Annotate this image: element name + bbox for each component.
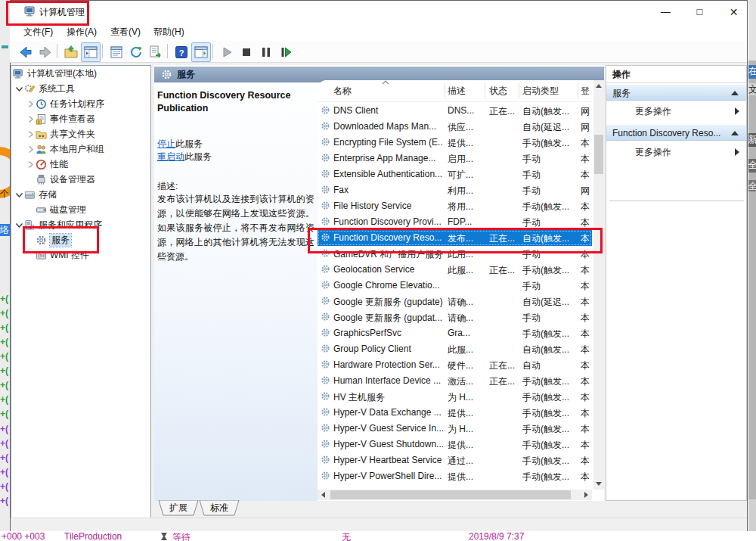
tree-item-存储[interactable]: 存储 xyxy=(11,187,150,202)
service-row-Google 更新服务 (gupdate)[interactable]: Google 更新服务 (gupdate)请确...自动(延迟...本 xyxy=(318,294,592,309)
tree-item-计算机管理(本地)[interactable]: 计算机管理(本地) xyxy=(11,66,150,81)
service-row-HV 主机服务[interactable]: HV 主机服务为 H...手动(触发...本 xyxy=(318,389,592,405)
service-row-Hyper-V Data Exchange ...[interactable]: Hyper-V Data Exchange ...提供...手动(触发...本 xyxy=(318,405,592,421)
tree-item-性能[interactable]: 性能 xyxy=(11,157,150,172)
tree-item-label[interactable]: 系统工具 xyxy=(39,82,75,95)
menu-help[interactable]: 帮助(H) xyxy=(151,26,187,39)
step-icon[interactable] xyxy=(276,42,296,62)
service-row-Hyper-V Guest Shutdown...[interactable]: Hyper-V Guest Shutdown...提供...手动(触发...本 xyxy=(318,437,592,452)
minimize-button[interactable]: — xyxy=(649,2,683,23)
scroll-up-arrow[interactable] xyxy=(593,80,604,92)
folder-up-icon[interactable] xyxy=(61,42,81,62)
pause-icon[interactable] xyxy=(256,42,276,62)
stop-icon[interactable] xyxy=(237,42,256,62)
chevron-right-icon[interactable] xyxy=(26,129,36,139)
service-row-Downloaded Maps Man...[interactable]: Downloaded Maps Man...供应...自动(延迟...网 xyxy=(318,119,592,135)
tree-item-label[interactable]: 计算机管理(本地) xyxy=(27,67,97,80)
tree-item-WMI 控件[interactable]: WMI 控件 xyxy=(11,247,150,263)
tree-item-服务[interactable]: 服务 xyxy=(11,232,150,247)
chevron-down-icon[interactable] xyxy=(14,190,24,200)
tree-item-label[interactable]: 共享文件夹 xyxy=(50,128,95,141)
service-row-File History Service[interactable]: File History Service将用...手动(触发...本 xyxy=(318,198,592,214)
chevron-down-icon[interactable] xyxy=(14,84,24,94)
tree-item-共享文件夹[interactable]: 共享文件夹 xyxy=(11,126,150,141)
chevron-right-icon[interactable] xyxy=(26,160,36,169)
tree-item-label[interactable]: 磁盘管理 xyxy=(50,204,86,216)
tree-item-任务计划程序[interactable]: 任务计划程序 xyxy=(11,96,150,111)
vertical-scrollbar[interactable] xyxy=(593,80,604,490)
service-row-Geolocation Service[interactable]: Geolocation Service此服...正在...手动(触发...本 xyxy=(318,262,592,278)
tree-item-事件查看器[interactable]: 事件查看器 xyxy=(11,111,150,126)
service-row-Google 更新服务 (gupdat...[interactable]: Google 更新服务 (gupdat...请确...手动本 xyxy=(318,309,592,325)
maximize-button[interactable]: □ xyxy=(683,2,717,23)
scroll-left-arrow[interactable] xyxy=(318,490,329,500)
service-row-Hardware Protection Ser...[interactable]: Hardware Protection Ser...硬件...正在...自动本 xyxy=(318,357,592,373)
tree-item-label[interactable]: 服务 xyxy=(50,234,71,247)
horizontal-scroll-thumb[interactable] xyxy=(330,490,571,499)
column-header-status[interactable]: 状态 xyxy=(489,85,507,98)
service-row-Fax[interactable]: Fax利用...手动网 xyxy=(318,182,592,198)
play-icon[interactable] xyxy=(217,42,237,62)
service-row-Hyper-V Heartbeat Service[interactable]: Hyper-V Heartbeat Service通过...手动(触发...本 xyxy=(318,452,592,468)
action-pane-icon[interactable] xyxy=(191,42,211,62)
service-row-Google Chrome Elevatio...[interactable]: Google Chrome Elevatio...手动本 xyxy=(318,278,592,294)
column-header-name[interactable]: 名称 xyxy=(333,85,352,98)
tree-item-label[interactable]: 事件查看器 xyxy=(50,113,95,126)
service-row-Human Interface Device ...[interactable]: Human Interface Device ...激活...正在...手动(触… xyxy=(318,373,592,389)
back-icon[interactable] xyxy=(16,42,36,62)
tree-item-label[interactable]: WMI 控件 xyxy=(50,249,89,262)
menu-file[interactable]: 文件(F) xyxy=(21,26,55,39)
service-row-Extensible Authentication...[interactable]: Extensible Authentication...可扩...手动本 xyxy=(318,166,592,182)
service-row-Hyper-V Guest Service In...[interactable]: Hyper-V Guest Service In...为 H...手动(触发..… xyxy=(318,421,592,437)
tree-item-label[interactable]: 设备管理器 xyxy=(50,173,95,186)
chevron-down-icon[interactable] xyxy=(14,220,24,230)
vertical-scroll-thumb[interactable] xyxy=(594,135,603,174)
tab-standard-label[interactable]: 标准 xyxy=(210,502,228,513)
forward-icon[interactable] xyxy=(36,42,55,62)
tree-item-磁盘管理[interactable]: 磁盘管理 xyxy=(11,202,150,217)
chevron-right-icon[interactable] xyxy=(26,114,36,124)
console-tree-icon[interactable] xyxy=(81,42,101,62)
actions-section-services[interactable]: 服务 xyxy=(606,84,746,101)
horizontal-scrollbar[interactable] xyxy=(318,490,592,500)
service-row-Encrypting File System (E...[interactable]: Encrypting File System (E...提供...手动(触发..… xyxy=(318,135,592,151)
tree-item-系统工具[interactable]: 系统工具 xyxy=(11,81,150,96)
chevron-right-icon[interactable] xyxy=(26,99,36,109)
service-row-GameDVR 和广播用户服务...[interactable]: GameDVR 和广播用户服务...此用...手动本 xyxy=(318,246,592,262)
stop-service-link[interactable]: 停止 xyxy=(157,138,175,149)
actions-section-selected-service[interactable]: Function Discovery Reso... xyxy=(606,124,746,141)
tree-item-label[interactable]: 本地用户和组 xyxy=(50,143,104,156)
service-row-Function Discovery Reso...[interactable]: Function Discovery Reso...发布...正在...自动(触… xyxy=(318,230,592,246)
tree-item-label[interactable]: 任务计划程序 xyxy=(50,98,104,110)
column-header-logon[interactable]: 登 xyxy=(581,85,590,98)
service-row-Function Discovery Provi...[interactable]: Function Discovery Provi...FDP...手动本 xyxy=(318,214,592,230)
service-row-DNS Client[interactable]: DNS ClientDNS...正在...自动(触发...网 xyxy=(318,103,592,119)
tree-item-label[interactable]: 性能 xyxy=(50,158,68,171)
more-actions-services[interactable]: 更多操作 xyxy=(606,102,746,120)
scroll-right-arrow[interactable] xyxy=(581,490,592,500)
tree-item-设备管理器[interactable]: 设备管理器 xyxy=(11,172,150,187)
restart-service-link[interactable]: 重启动 xyxy=(157,151,184,162)
service-row-GraphicsPerfSvc[interactable]: GraphicsPerfSvcGra...手动(触发...本 xyxy=(318,325,592,341)
chevron-right-icon[interactable] xyxy=(26,145,36,154)
more-actions-selected-service[interactable]: 更多操作 xyxy=(606,143,746,161)
column-header-description[interactable]: 描述 xyxy=(448,85,466,98)
help-icon[interactable]: ? xyxy=(172,42,191,62)
collapse-icon[interactable] xyxy=(731,131,739,135)
tab-extended-label[interactable]: 扩展 xyxy=(169,502,187,513)
refresh-icon[interactable] xyxy=(126,42,146,62)
service-row-Enterprise App Manage...[interactable]: Enterprise App Manage...启用...手动本 xyxy=(318,151,592,166)
menu-action[interactable]: 操作(A) xyxy=(64,26,99,39)
scroll-down-arrow[interactable] xyxy=(593,478,604,490)
column-header-startup-type[interactable]: 启动类型 xyxy=(522,85,559,98)
close-button[interactable]: ✕ xyxy=(717,2,751,23)
service-row-Hyper-V PowerShell Dire...[interactable]: Hyper-V PowerShell Dire...提供...手动(触发...本 xyxy=(318,468,592,484)
tree-item-label[interactable]: 存储 xyxy=(39,188,57,201)
tree-item-本地用户和组[interactable]: 本地用户和组 xyxy=(11,141,150,157)
menu-view[interactable]: 查看(V) xyxy=(108,26,143,39)
collapse-icon[interactable] xyxy=(731,91,739,95)
tree-item-label[interactable]: 服务和应用程序 xyxy=(39,219,102,232)
service-row-Group Policy Client[interactable]: Group Policy Client此服...自动(触发...本 xyxy=(318,341,592,357)
title-bar[interactable]: 计算机管理 — □ ✕ xyxy=(10,1,747,23)
export-list-icon[interactable] xyxy=(146,42,166,62)
